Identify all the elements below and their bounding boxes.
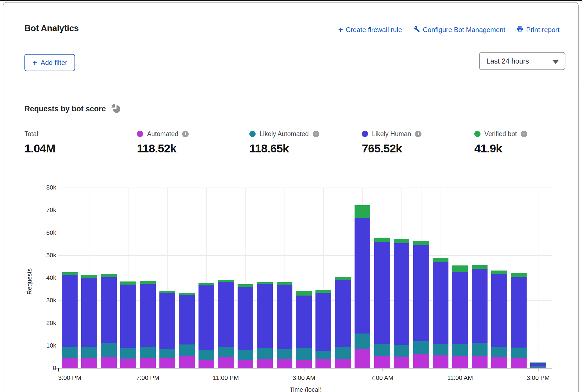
info-icon[interactable]: i [182, 131, 189, 137]
bar-1000pm[interactable] [198, 283, 214, 368]
stat-verified-bot: Verified bot i 41.9k [474, 130, 527, 155]
bar-500pm[interactable] [101, 274, 117, 368]
bar-800pm[interactable] [159, 291, 175, 368]
segment-automated [452, 356, 468, 368]
bar-1100am[interactable] [452, 265, 468, 368]
info-icon[interactable]: i [415, 131, 421, 137]
stat-automated-label: Automated [147, 130, 178, 138]
time-range-dropdown[interactable]: Last 24 hours [479, 52, 565, 70]
segment-automated [257, 359, 273, 368]
segment-verified-bot [472, 265, 488, 269]
stat-total-label: Total [24, 130, 38, 138]
segment-automated [140, 358, 156, 368]
print-report-link[interactable]: Print report [516, 26, 560, 34]
stat-divider [465, 129, 465, 166]
segment-verified-bot [452, 265, 468, 272]
configure-bot-management-label: Configure Bot Management [423, 26, 506, 34]
stat-total: Total 1.04M [24, 130, 55, 155]
stat-likely-automated: Likely Automated i 118.65k [249, 130, 319, 155]
y-tick-label: 20k [11, 319, 56, 327]
segment-likely-automated [296, 348, 312, 360]
segment-likely-human [198, 285, 214, 350]
gridline [550, 188, 550, 368]
segment-likely-human [315, 293, 331, 351]
segment-automated [315, 359, 331, 368]
bar-600pm[interactable] [120, 281, 136, 368]
print-report-label: Print report [526, 26, 560, 34]
segment-automated [296, 360, 312, 368]
time-range-value: Last 24 hours [486, 57, 529, 65]
bar-200pm[interactable] [511, 273, 527, 368]
segment-likely-human [257, 284, 273, 348]
segment-automated [62, 358, 78, 368]
segment-likely-human [81, 278, 97, 347]
bar-100am[interactable] [257, 282, 273, 368]
segment-verified-bot [315, 290, 331, 293]
segment-automated [218, 357, 234, 368]
stat-divider [127, 129, 127, 166]
x-tick [304, 369, 304, 371]
bar-1200am[interactable] [238, 284, 253, 368]
stat-verified-bot-label: Verified bot [484, 130, 517, 138]
bar-1100pm[interactable] [218, 280, 234, 368]
bar-700pm[interactable] [140, 281, 156, 368]
segment-likely-automated [140, 347, 156, 358]
bar-800am[interactable] [394, 239, 409, 368]
segment-verified-bot [120, 281, 136, 285]
bar-400pm[interactable] [81, 275, 97, 368]
segment-likely-human [355, 218, 370, 334]
x-tick-label: 11:00 AM [437, 374, 482, 382]
bar-300am[interactable] [296, 291, 312, 368]
segment-likely-human [101, 277, 117, 343]
header-divider [6, 83, 582, 83]
segment-likely-human [335, 280, 351, 347]
segment-automated [374, 356, 390, 368]
segment-automated [120, 359, 136, 368]
create-firewall-rule-link[interactable]: + Create firewall rule [338, 26, 402, 34]
info-icon[interactable]: i [313, 131, 319, 137]
segment-verified-bot [198, 283, 214, 285]
bar-400am[interactable] [315, 290, 331, 368]
bar-300pm[interactable] [530, 362, 546, 368]
bar-200am[interactable] [277, 282, 292, 368]
segment-likely-human [491, 274, 507, 347]
add-filter-button[interactable]: + Add filter [24, 54, 75, 71]
stat-likely-automated-label: Likely Automated [260, 130, 309, 138]
section-title-row: Requests by bot score [24, 104, 121, 114]
segment-likely-human [218, 282, 234, 347]
bar-100pm[interactable] [491, 271, 507, 368]
x-tick [148, 369, 148, 371]
bar-1200pm[interactable] [472, 265, 488, 368]
stacked-bar-chart[interactable] [58, 188, 552, 368]
segment-verified-bot [238, 284, 253, 287]
info-icon[interactable]: i [521, 131, 527, 137]
segment-verified-bot [179, 293, 195, 295]
segment-verified-bot [62, 272, 78, 275]
segment-likely-automated [62, 347, 78, 358]
stat-likely-human-value: 765.52k [362, 142, 421, 155]
segment-likely-human [120, 285, 136, 348]
bar-600am[interactable] [355, 205, 370, 368]
x-tick [226, 369, 226, 371]
bar-1000am[interactable] [433, 258, 448, 368]
configure-bot-management-link[interactable]: Configure Bot Management [413, 26, 506, 34]
segment-automated [198, 360, 214, 368]
segment-likely-automated [315, 351, 331, 359]
bar-900am[interactable] [413, 241, 429, 368]
wrench-icon [413, 26, 420, 34]
origin-tick [58, 368, 59, 371]
stat-divider [352, 129, 352, 166]
bar-900pm[interactable] [179, 293, 195, 368]
bar-700am[interactable] [374, 238, 390, 368]
segment-automated [472, 356, 488, 368]
section-title: Requests by bot score [24, 105, 106, 113]
bar-500am[interactable] [335, 277, 351, 368]
bar-300pm[interactable] [62, 272, 78, 368]
x-axis-line [53, 368, 552, 369]
segment-likely-automated [335, 347, 351, 359]
segment-likely-automated [218, 347, 234, 358]
segment-automated [277, 359, 292, 368]
y-tick-label: 60k [11, 229, 56, 236]
x-tick-label: 3:00 PM [516, 374, 561, 382]
segment-likely-automated [433, 344, 448, 356]
